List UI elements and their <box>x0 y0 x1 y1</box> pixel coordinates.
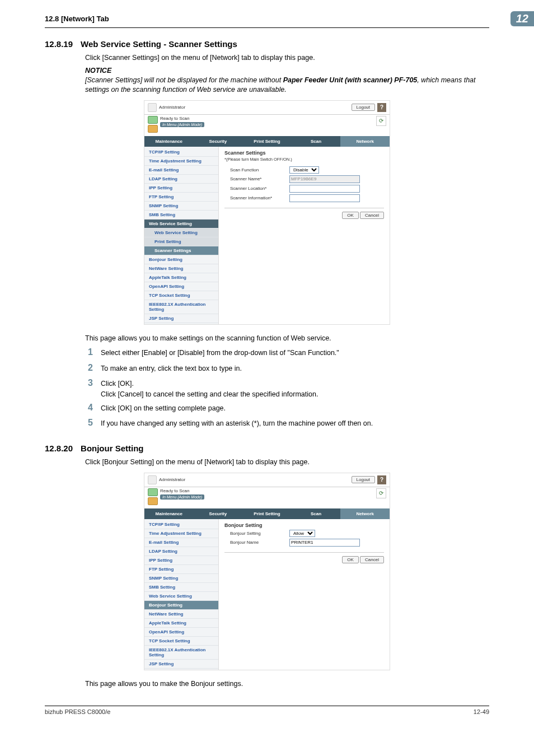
cancel-button[interactable]: Cancel <box>360 556 384 563</box>
sidebar-item[interactable]: OpenAPI Setting <box>144 628 218 637</box>
sidebar-item[interactable]: LDAP Setting <box>144 547 218 556</box>
step-text: To make an entry, click the text box to … <box>101 364 242 374</box>
step-text: Select either [Enable] or [Disable] from… <box>101 348 339 358</box>
tab-scan[interactable]: Scan <box>292 508 341 519</box>
step-number: 1 <box>85 347 93 357</box>
scanner-information-input[interactable] <box>289 194 360 202</box>
step-number: 5 <box>85 418 93 428</box>
section-number: 12.8.20 <box>45 444 73 453</box>
screenshot-scanner-settings: Administrator Logout ? Ready to Scan In … <box>45 100 489 325</box>
bonjour-setting-select[interactable]: Allow <box>289 530 315 537</box>
status-ready: Ready to Scan <box>160 116 204 121</box>
sidebar-item[interactable]: SMB Setting <box>144 583 218 592</box>
status-ready: Ready to Scan <box>160 488 204 493</box>
tab-network[interactable]: Network <box>340 508 390 519</box>
help-button[interactable]: ? <box>377 475 386 484</box>
sidebar-item[interactable]: AppleTalk Setting <box>144 273 218 282</box>
tab-print-setting[interactable]: Print Setting <box>242 508 292 519</box>
step-number: 4 <box>85 403 93 413</box>
help-button[interactable]: ? <box>377 103 386 112</box>
logout-button[interactable]: Logout <box>352 476 375 483</box>
sidebar-item[interactable]: IPP Setting <box>144 556 218 565</box>
admin-icon <box>148 103 157 112</box>
field-label: Scanner Location* <box>230 186 286 191</box>
content-note: *(Please turn Main Switch OFF/ON.) <box>224 157 384 162</box>
sidebar-item[interactable]: E-mail Setting <box>144 166 218 175</box>
notice-label: NOTICE <box>85 66 489 76</box>
screenshot-bonjour-setting: Administrator Logout ? Ready to Scan In … <box>45 473 489 670</box>
tab-print-setting[interactable]: Print Setting <box>242 136 292 147</box>
sidebar-item[interactable]: OpenAPI Setting <box>144 282 218 291</box>
section-title: Web Service Setting - Scanner Settings <box>81 39 237 49</box>
scanner-name-input[interactable] <box>289 175 360 183</box>
sidebar-item[interactable]: IEEE802.1X Authentication Setting <box>144 646 218 660</box>
ok-button[interactable]: OK <box>342 556 359 563</box>
sidebar-item[interactable]: Time Adjustment Setting <box>144 157 218 166</box>
step-number: 2 <box>85 363 93 373</box>
sidebar-item-web-service[interactable]: Web Service Setting <box>144 220 218 228</box>
sidebar-subitem-scanner-settings[interactable]: Scanner Settings <box>144 246 218 255</box>
sidebar-item[interactable]: Time Adjustment Setting <box>144 529 218 538</box>
sidebar-item[interactable]: NetWare Setting <box>144 264 218 273</box>
notice-body: [Scanner Settings] will not be displayed… <box>85 76 489 95</box>
scanner-location-input[interactable] <box>289 185 360 193</box>
field-label: Bonjour Setting <box>230 531 286 536</box>
tab-security[interactable]: Security <box>194 136 243 147</box>
tab-maintenance[interactable]: Maintenance <box>144 508 194 519</box>
header-section-label: 12.8 [Network] Tab <box>45 15 109 23</box>
section-title: Bonjour Setting <box>81 444 144 453</box>
field-label: Scanner Information* <box>230 195 286 200</box>
logout-button[interactable]: Logout <box>352 104 375 111</box>
sidebar-item[interactable]: JSP Setting <box>144 660 218 669</box>
sidebar-item[interactable]: FTP Setting <box>144 565 218 574</box>
notice-bold: Paper Feeder Unit (with scanner) PF-705 <box>283 76 418 84</box>
sidebar-item[interactable]: JSP Setting <box>144 314 218 323</box>
section-intro: Click [Scanner Settings] on the menu of … <box>85 53 489 63</box>
sidebar-item[interactable]: Web Service Setting <box>144 592 218 601</box>
sidebar-item[interactable]: FTP Setting <box>144 193 218 202</box>
scan-function-select[interactable]: Disable <box>289 166 319 174</box>
sidebar-item[interactable]: LDAP Setting <box>144 175 218 184</box>
ok-button[interactable]: OK <box>342 212 359 219</box>
tab-security[interactable]: Security <box>194 508 243 519</box>
cancel-button[interactable]: Cancel <box>360 212 384 219</box>
tab-scan[interactable]: Scan <box>292 136 341 147</box>
sidebar-item[interactable]: TCP Socket Setting <box>144 637 218 646</box>
bonjour-name-input[interactable] <box>289 539 360 547</box>
sidebar-subitem[interactable]: Print Setting <box>144 237 218 246</box>
sidebar: TCP/IP Setting Time Adjustment Setting E… <box>144 519 219 670</box>
footer-page-number: 12-49 <box>474 708 489 715</box>
sidebar-item[interactable]: IPP Setting <box>144 184 218 193</box>
tab-row: Maintenance Security Print Setting Scan … <box>144 136 390 147</box>
step-subtext: Click [Cancel] to cancel the setting and… <box>101 390 489 398</box>
refresh-button[interactable]: ⟳ <box>376 116 386 126</box>
refresh-button[interactable]: ⟳ <box>376 488 386 498</box>
section-after-image: This page allows you to make settings on… <box>85 334 489 343</box>
sidebar-item[interactable]: SNMP Setting <box>144 202 218 211</box>
sidebar-item[interactable]: TCP Socket Setting <box>144 291 218 300</box>
sidebar-item[interactable]: Bonjour Setting <box>144 255 218 264</box>
footer-product: bizhub PRESS C8000/e <box>45 708 110 715</box>
status-icon-mode <box>148 125 158 133</box>
sidebar-item-bonjour-setting[interactable]: Bonjour Setting <box>144 601 218 610</box>
tab-maintenance[interactable]: Maintenance <box>144 136 194 147</box>
admin-label: Administrator <box>159 477 185 482</box>
tab-network[interactable]: Network <box>340 136 390 147</box>
status-icon-ready <box>148 488 158 496</box>
app-window: Administrator Logout ? Ready to Scan In … <box>144 100 390 325</box>
field-label: Scan Function <box>230 167 286 172</box>
sidebar-item[interactable]: SNMP Setting <box>144 574 218 583</box>
sidebar-item[interactable]: TCP/IP Setting <box>144 520 218 529</box>
sidebar-item[interactable]: TCP/IP Setting <box>144 148 218 157</box>
sidebar-item[interactable]: NetWare Setting <box>144 610 218 619</box>
status-icon-mode <box>148 497 158 505</box>
step-text: Click [OK]. <box>101 379 134 389</box>
sidebar-item[interactable]: SMB Setting <box>144 211 218 220</box>
content-area: Bonjour Setting Bonjour Setting Allow Bo… <box>219 519 390 670</box>
field-label: Scanner Name* <box>230 176 286 181</box>
sidebar-subitem[interactable]: Web Service Setting <box>144 228 218 237</box>
sidebar-item[interactable]: IEEE802.1X Authentication Setting <box>144 300 218 314</box>
status-icon-ready <box>148 116 158 124</box>
sidebar-item[interactable]: AppleTalk Setting <box>144 619 218 628</box>
sidebar-item[interactable]: E-mail Setting <box>144 538 218 547</box>
